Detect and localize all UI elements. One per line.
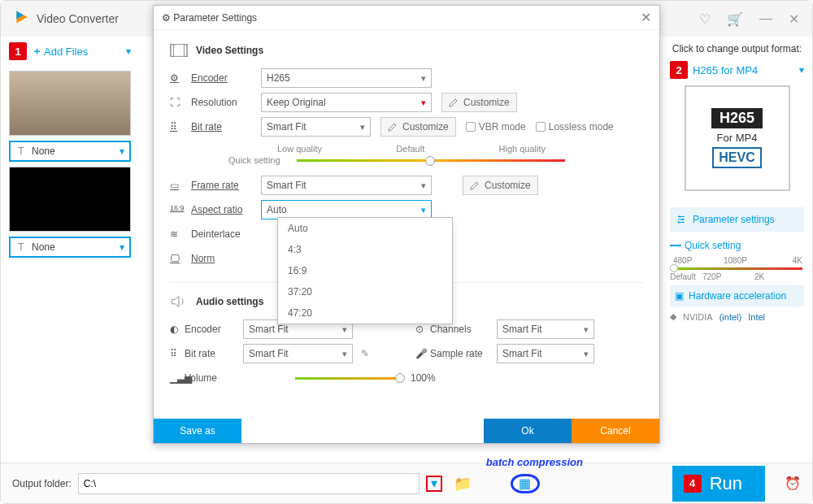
quick-setting-sublabel: Quick setting (228, 155, 280, 165)
left-panel: 1 ＋ Add Files ▾ T None ▾ T None ▾ (1, 37, 139, 463)
format-card-top: H265 (711, 108, 763, 128)
framerate-customize-button[interactable]: Customize (463, 176, 538, 195)
bitrate-select[interactable]: Smart Fit▾ (261, 117, 371, 137)
subtitle-icon: T (15, 241, 27, 253)
video-thumbnail-1[interactable] (9, 71, 131, 136)
subtitle-select-1[interactable]: T None ▾ (9, 141, 131, 162)
format-label[interactable]: H265 for MP4 (693, 64, 794, 76)
samplerate-select[interactable]: Smart Fit▾ (497, 344, 594, 363)
resolution-select[interactable]: Keep Original▾ (261, 93, 432, 112)
vendor-row: ◆NVIDIA (intel)Intel (670, 311, 804, 322)
aspect-option[interactable]: 37:20 (278, 281, 452, 302)
batch-compression-icon[interactable]: ▦ (511, 474, 540, 493)
minimize-button[interactable]: — (759, 11, 772, 27)
aspect-ratio-dropdown: Auto 4:3 16:9 37:20 47:20 (277, 217, 453, 324)
parameter-settings-button[interactable]: Parameter settings (670, 207, 804, 232)
quick-setting-label: Quick setting (670, 240, 804, 251)
cancel-button[interactable]: Cancel (572, 419, 659, 443)
monitor-icon: 🖵 (170, 253, 185, 264)
audio-bitrate-label: ⠿Bit rate (170, 348, 235, 359)
marker-1: 1 (9, 42, 27, 60)
resolution-customize-button[interactable]: Customize (441, 93, 517, 112)
svg-rect-5 (171, 45, 187, 57)
volume-slider[interactable] (295, 377, 401, 380)
like-icon[interactable]: ♡ (699, 11, 711, 27)
aspect-icon: 16:9 (170, 204, 185, 215)
dialog-title: Parameter Settings (173, 12, 257, 24)
output-format-hint: Click to change output format: (670, 43, 804, 54)
chevron-down-icon: ▾ (120, 241, 124, 253)
volume-value: 100% (411, 372, 436, 384)
svg-point-4 (678, 221, 680, 223)
aspect-option[interactable]: 47:20 (278, 302, 452, 324)
samplerate-label: 🎤Sample rate (415, 348, 489, 359)
save-as-button[interactable]: Save as (154, 419, 241, 443)
mic-icon: 🎤 (415, 348, 430, 359)
aspect-option[interactable]: 4:3 (278, 239, 452, 260)
add-files-button[interactable]: ＋ Add Files (32, 44, 88, 59)
lossless-mode-checkbox[interactable]: Lossless mode (536, 121, 614, 133)
output-folder-dropdown[interactable]: ▾ (426, 476, 442, 492)
close-button[interactable]: ✕ (789, 11, 799, 27)
audio-bitrate-select[interactable]: Smart Fit▾ (243, 344, 353, 363)
encoder-select[interactable]: H265▾ (261, 68, 432, 88)
bitrate-customize-button[interactable]: Customize (380, 117, 456, 137)
marker-4: 4 (684, 475, 702, 493)
app-title: Video Converter (37, 12, 119, 25)
nvidia-icon: ◆ (670, 311, 676, 322)
vbr-mode-checkbox[interactable]: VBR mode (466, 121, 526, 133)
sliders-icon (676, 214, 688, 225)
film-icon (170, 43, 188, 58)
subtitle-value: None (32, 241, 55, 253)
audio-encoder-label: ◐Encoder (170, 324, 235, 335)
video-thumbnail-2[interactable] (9, 167, 131, 232)
quality-slider[interactable] (297, 155, 565, 165)
run-button[interactable]: 4 Run (672, 466, 765, 502)
quality-scale-labels: Low qualityDefaultHigh quality (277, 144, 546, 154)
framerate-icon: ▭ (170, 180, 185, 191)
quick-setting-slider[interactable]: 480P 1080P 4K Default 720P 2K (670, 256, 804, 279)
format-chevron-icon[interactable]: ▾ (799, 64, 804, 76)
gear-icon: ⚙ (170, 72, 185, 84)
video-settings-heading: Video Settings (170, 43, 643, 58)
bitrate-icon: ⠿ (170, 121, 185, 133)
framerate-label: ▭Frame rate (170, 180, 251, 191)
channels-icon: ⊙ (415, 324, 430, 335)
parameter-settings-dialog: ⚙ Parameter Settings ✕ Video Settings ⚙E… (153, 5, 660, 444)
norm-label: 🖵Norm (170, 253, 251, 264)
intel-icon: (intel) (720, 312, 742, 322)
resolution-label: ⛶Resolution (170, 97, 251, 108)
subtitle-select-2[interactable]: T None ▾ (9, 237, 131, 258)
bitrate-icon: ⠿ (170, 348, 185, 359)
add-files-label: Add Files (44, 46, 88, 58)
subtitle-icon: T (15, 146, 27, 157)
format-card[interactable]: H265 For MP4 HEVC (685, 85, 790, 191)
add-files-chevron-icon[interactable]: ▾ (126, 46, 131, 57)
output-folder-input[interactable] (78, 473, 420, 494)
volume-label: ▁▃▅Volume (170, 372, 235, 384)
pencil-icon[interactable]: ✎ (361, 348, 369, 359)
deinterlace-icon: ≋ (170, 228, 185, 240)
dialog-titlebar: ⚙ Parameter Settings ✕ (154, 6, 659, 30)
svg-rect-6 (171, 45, 174, 57)
format-card-mid: For MP4 (717, 132, 758, 144)
deinterlace-label: ≋Deinterlace (170, 228, 251, 240)
volume-icon: ▁▃▅ (170, 372, 185, 384)
speaker-icon (170, 294, 188, 309)
subtitle-value: None (32, 146, 55, 157)
framerate-select[interactable]: Smart Fit▾ (261, 176, 432, 195)
svg-point-3 (681, 219, 683, 220)
format-card-bottom: HEVC (712, 147, 761, 168)
dialog-footer: Save as Ok Cancel (154, 419, 659, 443)
cart-icon[interactable]: 🛒 (727, 11, 743, 27)
aspect-option[interactable]: Auto (278, 218, 452, 239)
dialog-close-icon[interactable]: ✕ (641, 10, 651, 25)
hardware-accel-button[interactable]: ▣ Hardware acceleration (670, 285, 804, 306)
channels-select[interactable]: Smart Fit▾ (497, 319, 594, 339)
aspect-option[interactable]: 16:9 (278, 260, 452, 281)
browse-folder-icon[interactable]: 📁 (454, 475, 472, 493)
window-controls: ♡ 🛒 — ✕ (699, 11, 799, 27)
alarm-icon[interactable]: ⏰ (785, 476, 801, 491)
resolution-icon: ⛶ (170, 97, 185, 108)
ok-button[interactable]: Ok (484, 419, 572, 443)
